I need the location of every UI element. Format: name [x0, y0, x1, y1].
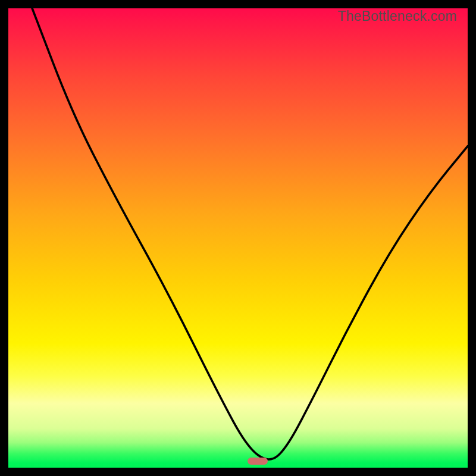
gradient-plot-area: TheBottleneck.com — [8, 8, 468, 468]
curve-path — [32, 8, 468, 459]
minimum-marker — [248, 458, 268, 465]
bottleneck-curve — [8, 8, 468, 468]
